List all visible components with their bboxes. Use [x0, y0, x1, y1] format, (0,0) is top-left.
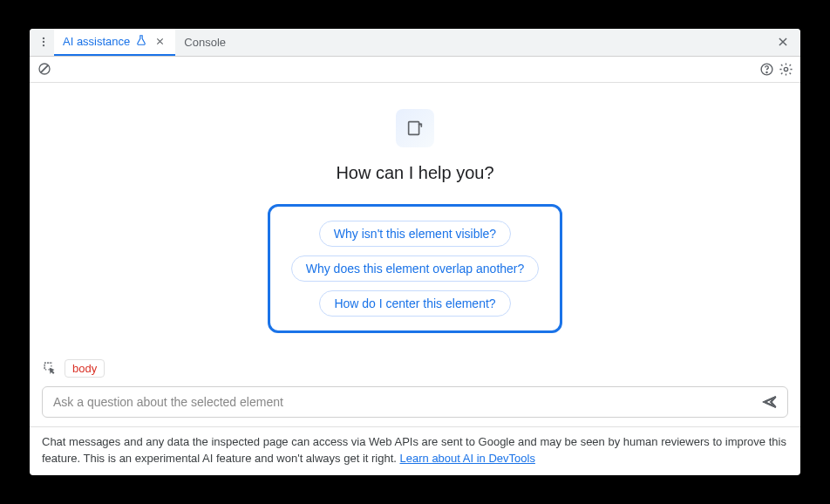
tab-bar: AI assistance Console: [30, 29, 800, 57]
suggestion-chip[interactable]: Why does this element overlap another?: [291, 255, 540, 282]
input-row: [30, 383, 800, 426]
devtools-panel: AI assistance Console: [30, 29, 800, 476]
clear-button[interactable]: [35, 59, 54, 78]
close-panel-button[interactable]: [771, 30, 795, 54]
close-tab-button[interactable]: [153, 34, 167, 48]
input-box: [42, 386, 788, 418]
context-row: body: [30, 351, 800, 383]
selected-element-chip[interactable]: body: [65, 359, 105, 378]
svg-point-7: [784, 67, 787, 71]
svg-line-4: [41, 65, 48, 72]
help-button[interactable]: [757, 59, 776, 78]
send-button[interactable]: [759, 392, 780, 412]
main-area: How can I help you? Why isn't this eleme…: [30, 83, 800, 351]
heading: How can I help you?: [47, 163, 783, 183]
svg-point-6: [765, 72, 766, 72]
settings-button[interactable]: [776, 59, 795, 78]
suggestion-chip[interactable]: Why isn't this element visible?: [319, 221, 511, 247]
element-picker-icon[interactable]: [42, 360, 58, 376]
tab-label: Console: [184, 36, 226, 49]
svg-point-1: [43, 41, 44, 43]
suggestions-box: Why isn't this element visible? Why does…: [268, 204, 563, 333]
question-input[interactable]: [53, 395, 759, 409]
ai-sparkle-icon: [396, 109, 434, 147]
tab-console[interactable]: Console: [175, 29, 235, 57]
tab-ai-assistance[interactable]: AI assistance: [54, 29, 175, 57]
flask-icon: [135, 34, 147, 49]
svg-rect-8: [409, 121, 419, 134]
suggestion-chip[interactable]: How do I center this element?: [319, 290, 510, 317]
tab-label: AI assistance: [63, 35, 130, 48]
svg-point-2: [43, 44, 44, 46]
svg-point-0: [43, 37, 44, 39]
learn-more-link[interactable]: Learn about AI in DevTools: [400, 452, 535, 465]
disclaimer-footer: Chat messages and any data the inspected…: [30, 426, 800, 476]
toolbar: [30, 57, 800, 83]
more-menu-button[interactable]: [33, 31, 54, 52]
